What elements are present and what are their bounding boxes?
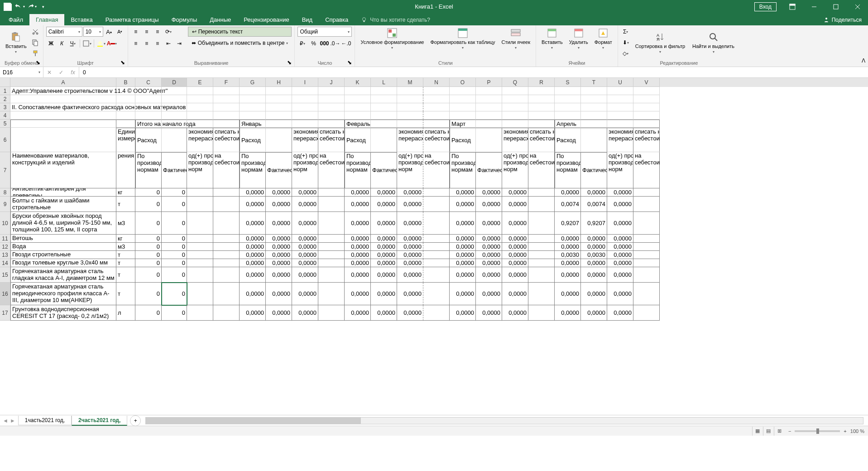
- cell-A8[interactable]: Антисептик-антипирен для древесины: [10, 188, 116, 197]
- cell-D5[interactable]: [162, 120, 187, 128]
- cell-G12[interactable]: 0,0000: [240, 243, 266, 251]
- clipboard-launcher-icon[interactable]: ⬊: [36, 59, 42, 66]
- cell-N4[interactable]: [423, 111, 450, 120]
- border-icon[interactable]: ▾: [82, 38, 92, 48]
- cell-S7[interactable]: По производственным нормам: [555, 152, 581, 188]
- cell-T4[interactable]: [581, 111, 607, 120]
- cell-M17[interactable]: 0,0000: [397, 305, 423, 321]
- cell-A14[interactable]: Гвозди толевые круглые 3,0х40 мм: [10, 259, 116, 267]
- cell-L17[interactable]: 0,0000: [371, 305, 397, 321]
- cell-Q1[interactable]: [502, 87, 528, 95]
- cell-G2[interactable]: [240, 95, 266, 103]
- cell-G16[interactable]: 0,0000: [240, 283, 266, 305]
- cell-V2[interactable]: [633, 95, 660, 103]
- increase-decimal-icon[interactable]: .0→: [330, 38, 340, 48]
- cell-C10[interactable]: 0: [135, 212, 162, 235]
- col-header-O[interactable]: O: [450, 78, 476, 87]
- cell-L7[interactable]: Фактический: [371, 152, 397, 188]
- formula-input[interactable]: 0: [79, 69, 868, 76]
- cell-C17[interactable]: 0: [135, 305, 162, 321]
- cell-F8[interactable]: [213, 188, 240, 197]
- cell-P10[interactable]: 0,0000: [476, 212, 502, 235]
- cell-D14[interactable]: 0: [162, 259, 187, 267]
- close-icon[interactable]: [847, 0, 868, 13]
- tab-nav-next-icon[interactable]: ►: [10, 418, 15, 424]
- cell-C16[interactable]: 0: [135, 283, 162, 305]
- cell-E8[interactable]: [187, 188, 213, 197]
- cancel-formula-icon[interactable]: ✕: [43, 67, 55, 77]
- cell-A17[interactable]: Грунтовка воднодисперсионная CERESIT CT …: [10, 305, 116, 321]
- align-right-icon[interactable]: ≡: [153, 38, 163, 48]
- cell-N3[interactable]: [423, 103, 450, 111]
- cell-R4[interactable]: [528, 111, 555, 120]
- cell-D16[interactable]: 0: [162, 283, 187, 305]
- cell-L10[interactable]: 0,0000: [371, 212, 397, 235]
- cell-E11[interactable]: [187, 235, 213, 243]
- cell-B13[interactable]: т: [116, 251, 135, 259]
- cell-J8[interactable]: [318, 188, 345, 197]
- cell-P3[interactable]: [476, 103, 502, 111]
- cell-K15[interactable]: 0,0000: [345, 267, 371, 283]
- cell-F1[interactable]: [213, 87, 240, 95]
- cell-F12[interactable]: [213, 243, 240, 251]
- font-name-selector[interactable]: Calibri▾: [46, 27, 82, 37]
- cell-G10[interactable]: 0,0000: [240, 212, 266, 235]
- cell-F2[interactable]: [213, 95, 240, 103]
- cell-K8[interactable]: 0,0000: [345, 188, 371, 197]
- cell-D1[interactable]: [162, 87, 187, 95]
- cell-I11[interactable]: 0,0000: [292, 235, 318, 243]
- cell-A1[interactable]: Адепт:Управление строительством v 11.4 ©…: [10, 87, 116, 95]
- cell-Q11[interactable]: 0,0000: [502, 235, 528, 243]
- cell-O2[interactable]: [450, 95, 476, 103]
- row-header-10[interactable]: 10: [0, 212, 10, 235]
- align-middle-icon[interactable]: ≡: [142, 27, 152, 37]
- cell-A12[interactable]: Вода: [10, 243, 116, 251]
- cell-J5[interactable]: [318, 120, 345, 128]
- cell-R16[interactable]: [528, 283, 555, 305]
- cell-N15[interactable]: [423, 267, 450, 283]
- cell-E6[interactable]: экономия(-) перерасх: [187, 128, 213, 152]
- cell-L1[interactable]: [371, 87, 397, 95]
- cell-S4[interactable]: [555, 111, 581, 120]
- cell-H7[interactable]: Фактический: [266, 152, 292, 188]
- cell-N10[interactable]: [423, 212, 450, 235]
- decrease-decimal-icon[interactable]: ←.0: [341, 38, 351, 48]
- cell-G6[interactable]: Расход: [240, 128, 266, 152]
- cell-V4[interactable]: [633, 111, 660, 120]
- cell-G9[interactable]: 0,0000: [240, 197, 266, 212]
- cell-E14[interactable]: [187, 259, 213, 267]
- cell-U17[interactable]: 0,0000: [607, 305, 633, 321]
- cell-M10[interactable]: 0,0000: [397, 212, 423, 235]
- cell-U9[interactable]: 0,0000: [607, 197, 633, 212]
- cell-U14[interactable]: 0,0000: [607, 259, 633, 267]
- collapse-ribbon-icon[interactable]: ᐱ: [862, 58, 865, 64]
- cell-J3[interactable]: [318, 103, 345, 111]
- cell-B10[interactable]: м3: [116, 212, 135, 235]
- col-header-S[interactable]: S: [555, 78, 581, 87]
- col-header-F[interactable]: F: [213, 78, 240, 87]
- cell-B9[interactable]: т: [116, 197, 135, 212]
- cell-U8[interactable]: 0,0000: [607, 188, 633, 197]
- cell-Q9[interactable]: 0,0000: [502, 197, 528, 212]
- cell-B15[interactable]: т: [116, 267, 135, 283]
- cell-S6[interactable]: Расход: [555, 128, 581, 152]
- cell-T8[interactable]: 0,0000: [581, 188, 607, 197]
- cell-V15[interactable]: [633, 267, 660, 283]
- cell-C6[interactable]: Расход: [135, 128, 162, 152]
- cell-S1[interactable]: [555, 87, 581, 95]
- cell-H9[interactable]: 0,0000: [266, 197, 292, 212]
- cell-R13[interactable]: [528, 251, 555, 259]
- cell-V17[interactable]: [633, 305, 660, 321]
- cell-D9[interactable]: 0: [162, 197, 187, 212]
- cell-T10[interactable]: 0,9207: [581, 212, 607, 235]
- cell-G13[interactable]: 0,0000: [240, 251, 266, 259]
- cell-C1[interactable]: [135, 87, 162, 95]
- cell-G17[interactable]: 0,0000: [240, 305, 266, 321]
- cell-L12[interactable]: 0,0000: [371, 243, 397, 251]
- cell-P4[interactable]: [476, 111, 502, 120]
- cell-L6[interactable]: [371, 128, 397, 152]
- cell-P15[interactable]: 0,0000: [476, 267, 502, 283]
- cell-I12[interactable]: 0,0000: [292, 243, 318, 251]
- cell-D4[interactable]: [162, 111, 187, 120]
- cell-L8[interactable]: 0,0000: [371, 188, 397, 197]
